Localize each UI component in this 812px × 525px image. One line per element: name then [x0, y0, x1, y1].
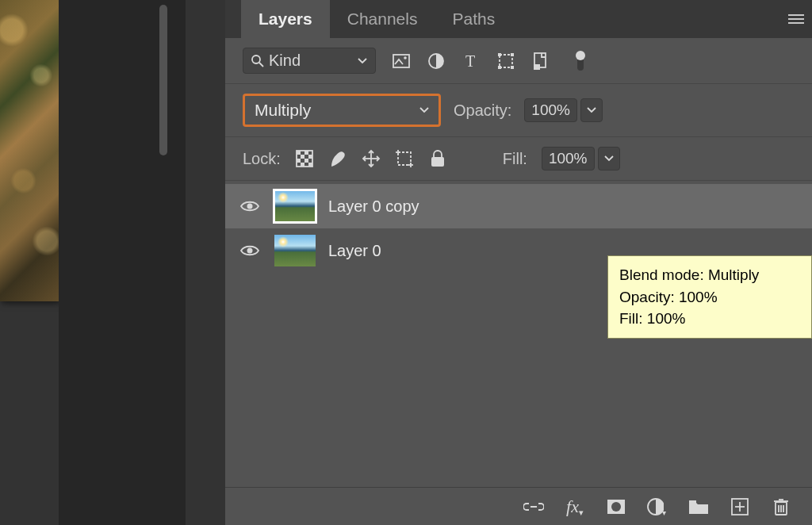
svg-rect-13 [511, 66, 514, 69]
filter-adjustment-icon[interactable] [427, 52, 446, 71]
svg-text:T: T [465, 53, 475, 69]
layer-filter-row: Kind T [225, 38, 812, 84]
svg-rect-40 [689, 500, 696, 504]
chevron-down-icon [419, 107, 429, 113]
layer-thumbnail[interactable] [274, 235, 316, 266]
layers-bottom-bar: fx▾ ▾ [225, 487, 812, 525]
svg-line-4 [259, 63, 263, 67]
layer-list: Layer 0 copy Layer 0 [225, 181, 812, 525]
layer-name[interactable]: Layer 0 [328, 242, 381, 260]
visibility-toggle[interactable] [238, 200, 262, 213]
search-icon [251, 55, 264, 67]
svg-point-36 [247, 248, 253, 254]
svg-rect-22 [308, 155, 312, 159]
lock-artboard-icon[interactable] [395, 149, 414, 168]
svg-rect-20 [304, 151, 308, 155]
svg-point-6 [404, 56, 407, 59]
svg-rect-25 [301, 163, 304, 167]
lock-transparent-icon[interactable] [295, 149, 314, 168]
svg-rect-29 [398, 152, 411, 165]
svg-point-35 [247, 204, 253, 209]
blend-mode-dropdown[interactable]: Multiply [243, 94, 441, 127]
lock-image-icon[interactable] [328, 149, 347, 168]
svg-rect-34 [431, 157, 444, 167]
svg-rect-26 [308, 163, 312, 167]
svg-rect-10 [498, 53, 501, 56]
lock-fill-row: Lock: Fill: 100% [225, 137, 812, 181]
fx-icon[interactable]: fx▾ [565, 496, 585, 517]
fill-value-input[interactable]: 100% [542, 147, 595, 171]
link-icon[interactable] [523, 496, 544, 517]
panel-tabbar: Layers Channels Paths [225, 0, 812, 38]
opacity-flyout-button[interactable] [580, 98, 603, 122]
filter-type-icon[interactable]: T [462, 52, 481, 71]
tooltip-line: Fill: 100% [619, 308, 800, 330]
document-canvas-edge [0, 0, 59, 301]
filter-toggle[interactable] [571, 52, 590, 71]
layer-thumbnail[interactable] [274, 190, 316, 222]
tab-channels[interactable]: Channels [330, 0, 435, 38]
opacity-value-input[interactable]: 100% [524, 98, 577, 122]
svg-rect-12 [498, 66, 501, 69]
svg-rect-19 [297, 151, 301, 155]
svg-rect-11 [511, 53, 514, 56]
svg-rect-15 [534, 64, 540, 70]
layer-name[interactable]: Layer 0 copy [328, 197, 419, 216]
opacity-label: Opacity: [454, 102, 511, 120]
svg-rect-5 [393, 55, 409, 67]
mask-icon[interactable] [606, 496, 626, 517]
layer-tooltip: Blend mode: Multiply Opacity: 100% Fill:… [607, 255, 812, 339]
svg-point-38 [611, 502, 621, 512]
lock-all-icon[interactable] [428, 149, 447, 168]
filter-kind-dropdown[interactable]: Kind [243, 48, 376, 74]
adjustment-icon[interactable]: ▾ [647, 496, 668, 517]
tab-layers[interactable]: Layers [241, 0, 330, 38]
filter-kind-label: Kind [269, 52, 301, 70]
visibility-toggle[interactable] [238, 244, 262, 257]
chevron-down-icon [358, 58, 367, 64]
tooltip-line: Blend mode: Multiply [619, 264, 800, 286]
panel-menu-button[interactable] [780, 0, 812, 38]
fill-label: Fill: [503, 150, 527, 168]
blend-opacity-row: Multiply Opacity: 100% [225, 84, 812, 137]
svg-point-17 [576, 51, 585, 60]
trash-icon[interactable] [771, 496, 791, 517]
svg-rect-24 [304, 159, 308, 163]
svg-rect-23 [297, 159, 301, 163]
lock-label: Lock: [243, 150, 281, 168]
new-layer-icon[interactable] [730, 496, 750, 517]
layer-item[interactable]: Layer 0 copy [225, 184, 812, 228]
svg-rect-9 [500, 55, 512, 67]
blend-mode-value: Multiply [255, 101, 311, 120]
svg-point-3 [252, 56, 260, 63]
filter-smartobject-icon[interactable] [531, 52, 550, 71]
tab-paths[interactable]: Paths [435, 0, 512, 38]
lock-position-icon[interactable] [362, 149, 381, 168]
filter-shape-icon[interactable] [496, 52, 515, 71]
group-icon[interactable] [688, 496, 709, 517]
fill-flyout-button[interactable] [598, 147, 620, 171]
filter-pixel-icon[interactable] [392, 52, 411, 71]
tooltip-line: Opacity: 100% [619, 286, 800, 308]
document-scrollbar[interactable] [159, 5, 167, 155]
svg-rect-21 [301, 155, 304, 159]
